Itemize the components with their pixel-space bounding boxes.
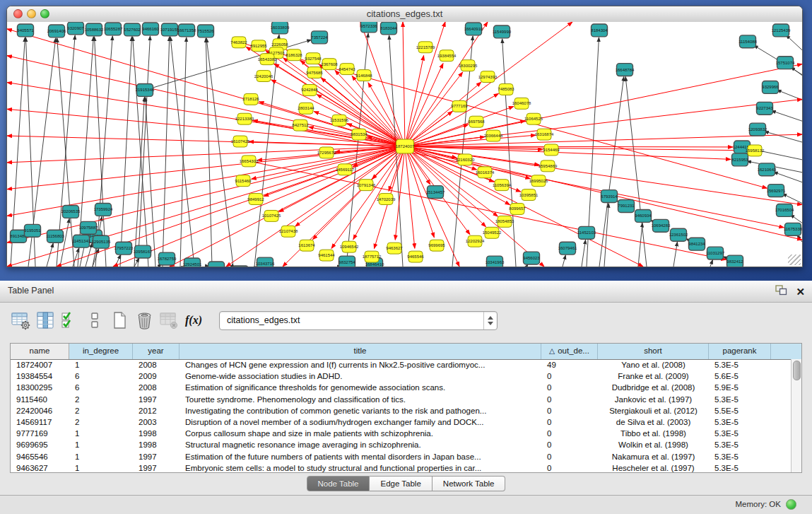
table-cell[interactable]: Tourette syndrome. Phenomenology and cla… bbox=[180, 394, 541, 405]
table-cell[interactable]: 0 bbox=[541, 394, 598, 405]
table-cell[interactable]: 5.3E-5 bbox=[709, 428, 771, 439]
table-cell[interactable]: 5.3E-5 bbox=[709, 439, 771, 450]
table-row[interactable]: 977716911998Corpus callosum shape and si… bbox=[11, 428, 791, 439]
table-cell[interactable]: 5.3E-5 bbox=[709, 359, 771, 370]
table-cell[interactable]: 5.3E-5 bbox=[709, 451, 771, 462]
function-builder-icon[interactable]: f(x) bbox=[183, 310, 204, 331]
tab-node-table[interactable]: Node Table bbox=[307, 476, 370, 491]
table-row[interactable]: 969969511998Structural magnetic resonanc… bbox=[11, 439, 791, 450]
table-cell[interactable]: Hescheler et al. (1997) bbox=[598, 462, 709, 472]
table-cell[interactable]: 9777169 bbox=[11, 428, 69, 439]
table-cell[interactable]: 9115460 bbox=[11, 394, 69, 405]
close-panel-icon[interactable]: ✕ bbox=[796, 286, 805, 298]
network-view-canvas[interactable]: 9405571206914069320907105886321065528715… bbox=[7, 22, 802, 267]
table-cell[interactable]: 1 bbox=[69, 451, 133, 462]
table-cell[interactable]: 0 bbox=[541, 462, 598, 472]
table-cell[interactable]: 0 bbox=[541, 428, 598, 439]
clear-selection-icon[interactable] bbox=[84, 310, 105, 331]
table-cell[interactable]: 5.9E-5 bbox=[709, 382, 771, 393]
table-cell[interactable]: 1997 bbox=[133, 462, 180, 472]
table-cell[interactable]: 5.5E-5 bbox=[709, 405, 771, 416]
table-cell[interactable]: Nakamura et al. (1997) bbox=[598, 451, 709, 462]
table-cell[interactable]: 9463627 bbox=[11, 462, 69, 472]
table-cell[interactable]: 9465546 bbox=[11, 451, 69, 462]
column-header-out_de[interactable]: △out_de... bbox=[541, 344, 598, 359]
table-cell[interactable]: 0 bbox=[541, 382, 598, 393]
column-header-name[interactable]: name bbox=[11, 344, 69, 359]
table-row[interactable]: 1830029562008Estimation of significance … bbox=[11, 382, 791, 393]
table-cell[interactable]: Yano et al. (2008) bbox=[598, 359, 709, 370]
table-cell[interactable]: Estimation of significance thresholds fo… bbox=[180, 382, 541, 393]
table-cell[interactable]: 19384554 bbox=[11, 370, 69, 382]
table-cell[interactable]: 49 bbox=[541, 359, 598, 370]
table-cell[interactable]: Changes of HCN gene expression and I(f) … bbox=[180, 359, 541, 370]
memory-ok-indicator[interactable] bbox=[786, 499, 796, 510]
table-cell[interactable]: 5.3E-5 bbox=[709, 394, 771, 405]
table-cell[interactable]: 1 bbox=[69, 359, 133, 370]
table-scrollbar[interactable] bbox=[791, 359, 801, 472]
float-panel-icon[interactable] bbox=[775, 285, 787, 298]
new-column-icon[interactable] bbox=[109, 310, 130, 331]
table-cell[interactable]: Genome-wide association studies in ADHD. bbox=[180, 370, 541, 382]
delete-table-icon[interactable] bbox=[158, 310, 180, 331]
table-cell[interactable]: 1998 bbox=[133, 428, 180, 439]
table-cell[interactable]: 1997 bbox=[133, 394, 180, 405]
table-cell[interactable]: 0 bbox=[541, 439, 598, 450]
table-cell[interactable]: Corpus callosum shape and size in male p… bbox=[180, 428, 541, 439]
table-cell[interactable]: 5.3E-5 bbox=[709, 416, 771, 428]
table-cell[interactable]: 1997 bbox=[133, 451, 180, 462]
table-cell[interactable]: Stergiakouli et al. (2012) bbox=[598, 405, 709, 416]
table-cell[interactable]: Disruption of a novel member of a sodium… bbox=[180, 416, 541, 428]
table-row[interactable]: 1872400712008Changes of HCN gene express… bbox=[11, 359, 791, 370]
table-cell[interactable]: 2003 bbox=[133, 416, 180, 428]
table-cell[interactable]: 1 bbox=[69, 462, 133, 472]
table-cell[interactable]: 1 bbox=[69, 439, 133, 450]
table-cell[interactable]: 6 bbox=[69, 382, 133, 393]
graph-svg[interactable]: 9405571206914069320907105886321065528715… bbox=[7, 22, 802, 267]
table-cell[interactable]: 1998 bbox=[133, 439, 180, 450]
table-row[interactable]: 946554611997Estimation of the future num… bbox=[11, 451, 791, 462]
table-cell[interactable]: 0 bbox=[541, 416, 598, 428]
table-row[interactable]: 2242004622012Investigating the contribut… bbox=[11, 405, 791, 416]
table-row[interactable]: 1456911722003Disruption of a novel membe… bbox=[11, 416, 791, 428]
table-select-dropdown[interactable]: citations_edges.txt bbox=[219, 311, 498, 330]
table-cell[interactable]: Wolkin et al. (1998) bbox=[598, 439, 709, 450]
table-row[interactable]: 911546021997Tourette syndrome. Phenomeno… bbox=[11, 394, 791, 405]
table-cell[interactable]: 1 bbox=[69, 428, 133, 439]
column-header-title[interactable]: title bbox=[180, 344, 541, 359]
table-cell[interactable]: 9699695 bbox=[11, 439, 69, 450]
table-cell[interactable]: 2012 bbox=[133, 405, 180, 416]
table-cell[interactable]: Franke et al. (2009) bbox=[598, 370, 709, 382]
tab-network-table[interactable]: Network Table bbox=[433, 476, 506, 491]
table-cell[interactable]: 6 bbox=[69, 370, 133, 382]
table-cell[interactable]: 2 bbox=[69, 394, 133, 405]
table-cell[interactable]: 2008 bbox=[133, 359, 180, 370]
column-header-year[interactable]: year bbox=[133, 344, 180, 359]
table-cell[interactable]: Structural magnetic resonance image aver… bbox=[180, 439, 541, 450]
network-window-titlebar[interactable]: citations_edges.txt bbox=[7, 6, 802, 23]
table-cell[interactable]: 0 bbox=[541, 370, 598, 382]
column-header-in_degree[interactable]: in_degree bbox=[69, 344, 133, 359]
table-cell[interactable]: 2008 bbox=[133, 382, 180, 393]
table-cell[interactable]: Tibbo et al. (1998) bbox=[598, 428, 709, 439]
table-cell[interactable]: 2009 bbox=[133, 370, 180, 382]
table-cell[interactable]: Jankovic et al. (1997) bbox=[598, 394, 709, 405]
show-column-icon[interactable] bbox=[35, 310, 56, 331]
table-cell[interactable]: Embryonic stem cells: a model to study s… bbox=[180, 462, 541, 472]
table-cell[interactable]: Investigating the contribution of common… bbox=[180, 405, 541, 416]
table-cell[interactable]: 14569117 bbox=[11, 416, 69, 428]
table-cell[interactable]: de Silva et al. (2003) bbox=[598, 416, 709, 428]
select-all-icon[interactable] bbox=[59, 310, 81, 331]
tab-edge-table[interactable]: Edge Table bbox=[370, 476, 432, 491]
table-cell[interactable]: 0 bbox=[541, 405, 598, 416]
table-cell[interactable]: Dudbridge et al. (2008) bbox=[598, 382, 709, 393]
column-header-short[interactable]: short bbox=[598, 344, 709, 359]
delete-columns-icon[interactable] bbox=[134, 310, 155, 331]
table-cell[interactable]: 18300295 bbox=[11, 382, 69, 393]
graph-node[interactable] bbox=[233, 266, 249, 267]
table-cell[interactable]: 22420046 bbox=[11, 405, 69, 416]
table-scrollbar-thumb[interactable] bbox=[793, 361, 801, 380]
table-cell[interactable]: 18724007 bbox=[11, 359, 69, 370]
column-header-pagerank[interactable]: pagerank bbox=[709, 344, 771, 359]
table-cell[interactable]: 0 bbox=[541, 451, 598, 462]
